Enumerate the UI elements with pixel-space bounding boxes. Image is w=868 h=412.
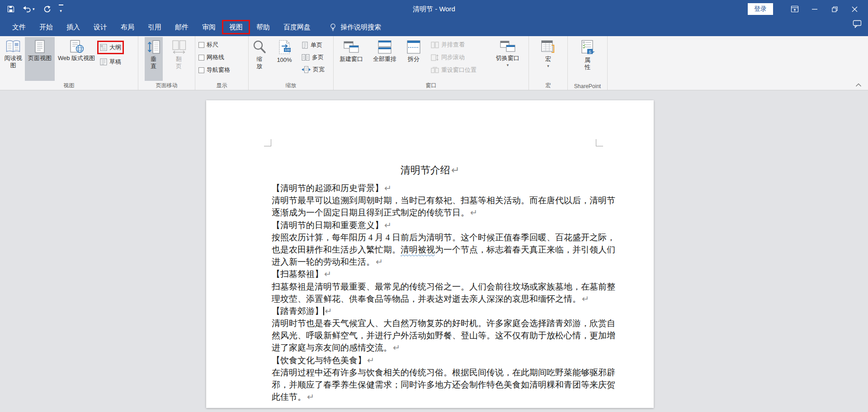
read-mode-label: 阅读视图 (4, 55, 23, 70)
macros-button[interactable]: 宏 ▾ (538, 37, 558, 81)
minimize-button[interactable] (805, 0, 825, 18)
doc-line: 也是农田耕作和生活步入繁忙期。清明被视为一个节点，标志着春天真正来临，并引领人们 (272, 244, 596, 256)
doc-body[interactable]: 【清明节的起源和历史背景】↵清明节最早可以追溯到周朝时期，当时已有祭祀、扫墓等相… (272, 183, 596, 403)
multiple-pages-button[interactable]: 多页 (302, 53, 325, 61)
undo-dropdown-icon[interactable]: ▾ (33, 7, 35, 11)
tab-layout[interactable]: 布局 (114, 20, 141, 34)
margin-crop-mark-left (264, 139, 271, 146)
ribbon-display-options-button[interactable] (785, 0, 805, 18)
quick-access-toolbar: ▾ ▾ (7, 5, 63, 14)
window-title: 清明节 - Word (0, 5, 868, 14)
vertical-button[interactable]: 垂直 (145, 37, 163, 81)
title-bar: ▾ ▾ 清明节 - Word 登录 (0, 0, 868, 18)
tab-help[interactable]: 帮助 (250, 20, 277, 34)
customize-quick-access-button[interactable]: ▾ (59, 5, 63, 14)
zoom-group-label: 缩放 (249, 82, 333, 89)
web-layout-button[interactable]: Web 版式视图 (55, 37, 98, 81)
view-side-by-side-label: 并排查看 (441, 41, 465, 49)
side-to-side-button[interactable]: 翻页 (169, 37, 189, 81)
ruler-checkbox-box[interactable] (198, 42, 204, 48)
one-page-label: 单页 (311, 41, 322, 49)
ribbon-group-macros: 宏 ▾ 宏 (529, 36, 568, 90)
page-width-button[interactable]: 页宽 (302, 66, 325, 74)
print-layout-icon (34, 40, 46, 53)
split-button[interactable]: 拆分 (402, 37, 425, 81)
properties-label: 属性 (584, 56, 591, 71)
tab-design[interactable]: 设计 (87, 20, 114, 34)
show-group-label: 显示 (195, 82, 248, 89)
collapse-ribbon-button[interactable] (855, 83, 862, 87)
text-cursor (323, 307, 324, 315)
doc-line: 清明时节也是春天气候宜人、大自然万物复苏的好时机。许多家庭会选择踏青郊游，欣赏自 (272, 318, 596, 330)
navigation-pane-checkbox-box[interactable] (198, 67, 204, 73)
arrange-all-label: 全部重排 (373, 56, 396, 63)
tab-review[interactable]: 审阅 (195, 20, 222, 34)
tab-baidu-netdisk[interactable]: 百度网盘 (277, 20, 317, 34)
redo-button[interactable] (43, 5, 51, 13)
close-button[interactable] (844, 0, 864, 18)
synchronous-scrolling-button[interactable]: 同步滚动 (431, 53, 476, 61)
restore-icon (832, 6, 838, 12)
document-area: 清明节介绍↵ 【清明节的起源和历史背景】↵清明节最早可以追溯到周朝时期，当时已有… (0, 90, 868, 412)
restore-button[interactable] (825, 0, 844, 18)
zoom-label: 缩放 (256, 56, 263, 70)
tell-me-search[interactable]: 操作说明搜索 (329, 23, 381, 32)
ribbon-display-options-icon (791, 5, 799, 13)
properties-icon: S (580, 40, 596, 55)
macros-dropdown-icon: ▾ (547, 64, 549, 68)
paragraph-mark: ↵ (393, 343, 400, 352)
tab-file[interactable]: 文件 (5, 20, 33, 34)
vertical-label: 垂直 (150, 56, 157, 70)
zoom-button[interactable]: 缩放 (250, 37, 269, 81)
undo-button[interactable]: ▾ (23, 6, 35, 13)
tab-insert[interactable]: 插入 (60, 20, 87, 34)
outline-view-label: 大纲 (109, 43, 121, 52)
new-window-label: 新建窗口 (340, 56, 363, 63)
doc-line: 逐渐成为一个固定日期且得到正式制定的传统节日。↵ (272, 207, 596, 219)
gridlines-checkbox-box[interactable] (198, 55, 204, 61)
tab-home[interactable]: 开始 (33, 20, 60, 34)
one-page-button[interactable]: 单页 (302, 41, 325, 49)
sharepoint-group-label: SharePoint (568, 83, 607, 89)
outline-view-button[interactable]: 大纲 (100, 43, 121, 52)
view-side-by-side-button[interactable]: 并排查看 (431, 41, 476, 49)
new-window-icon (343, 40, 359, 54)
tab-references[interactable]: 引用 (141, 20, 168, 34)
close-icon (852, 6, 858, 12)
zoom-100-button[interactable]: 100 100% (271, 37, 298, 81)
document-page[interactable]: 清明节介绍↵ 【清明节的起源和历史背景】↵清明节最早可以追溯到周朝时期，当时已有… (206, 100, 654, 408)
gridlines-checkbox[interactable]: 网格线 (198, 53, 230, 61)
reset-window-position-button[interactable]: 重设窗口位置 (431, 66, 476, 74)
outline-view-icon (100, 44, 107, 51)
paragraph-mark: ↵ (367, 356, 374, 365)
doc-line: 然风光、呼吸新鲜空气，并进行户外活动如野餐、登山等。这不仅有助于放松心情，更加增 (272, 330, 596, 342)
sign-in-button[interactable]: 登录 (748, 3, 773, 15)
multiple-pages-icon (302, 54, 310, 61)
tab-mailings[interactable]: 邮件 (168, 20, 195, 34)
save-button[interactable] (7, 5, 14, 13)
draft-view-button[interactable]: 草稿 (100, 58, 121, 66)
comments-button[interactable] (853, 20, 862, 28)
ruler-label: 标尺 (207, 41, 218, 49)
doc-line: 进入新一轮的劳动和生活。↵ (272, 256, 596, 268)
paragraph-mark: ↵ (384, 220, 392, 230)
ribbon-group-window: 新建窗口 全部重排 拆分 并排查看 同步滚动 (334, 36, 529, 90)
ruler-checkbox[interactable]: 标尺 (198, 41, 230, 49)
read-mode-button[interactable]: 阅读视图 (1, 37, 25, 81)
arrange-all-icon (377, 40, 392, 54)
tab-view[interactable]: 视图 (222, 20, 250, 34)
switch-windows-button[interactable]: 切换窗口 ▾ (488, 37, 527, 81)
new-window-button[interactable]: 新建窗口 (335, 37, 368, 81)
paragraph-mark: ↵ (307, 392, 314, 402)
paragraph-mark: ↵ (376, 257, 383, 267)
undo-icon (23, 6, 31, 13)
save-icon (7, 5, 14, 13)
navigation-pane-checkbox[interactable]: 导航窗格 (198, 66, 230, 74)
arrange-all-button[interactable]: 全部重排 (368, 37, 401, 81)
minimize-icon (812, 6, 817, 12)
properties-button[interactable]: S 属性 (577, 37, 598, 81)
split-icon (406, 40, 421, 54)
print-layout-button[interactable]: 页面视图 (25, 37, 55, 81)
doc-line: 【清明节的日期和重要意义】↵ (272, 220, 596, 232)
doc-line: 理坟茔、添置鲜花、供奉食品等物品，并表达对逝去亲人深深的哀思和缅怀之情。↵ (272, 293, 596, 305)
